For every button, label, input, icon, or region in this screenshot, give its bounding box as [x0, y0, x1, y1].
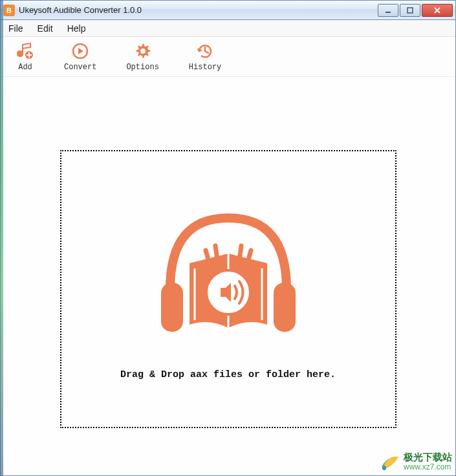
svg-rect-1: [407, 8, 413, 13]
add-label: Add: [18, 63, 32, 72]
watermark-url: www.xz7.com: [404, 463, 452, 471]
add-button[interactable]: Add: [16, 42, 34, 72]
menu-file[interactable]: File: [6, 22, 26, 35]
app-window: B Ukeysoft Audible Converter 1.0.0 File …: [0, 0, 456, 476]
svg-rect-6: [161, 283, 183, 332]
audiobook-headphones-icon: [144, 199, 312, 350]
options-label: Options: [126, 63, 158, 72]
add-music-icon: [16, 42, 34, 60]
maximize-button[interactable]: [400, 4, 420, 17]
window-title: Ukeysoft Audible Converter 1.0.0: [19, 5, 376, 15]
titlebar[interactable]: B Ukeysoft Audible Converter 1.0.0: [1, 1, 455, 20]
convert-icon: [71, 42, 89, 60]
svg-rect-7: [274, 283, 296, 332]
watermark: 极光下载站 www.xz7.com: [378, 450, 452, 473]
menu-help[interactable]: Help: [65, 22, 89, 35]
history-icon: [196, 42, 214, 60]
watermark-text: 极光下载站 www.xz7.com: [404, 452, 452, 471]
watermark-logo-icon: [378, 450, 401, 473]
menubar: File Edit Help: [1, 20, 455, 37]
svg-point-2: [17, 51, 23, 56]
window-controls: [376, 4, 453, 17]
convert-label: Convert: [64, 63, 96, 72]
menu-edit[interactable]: Edit: [35, 22, 56, 35]
close-button[interactable]: [422, 4, 453, 17]
svg-point-5: [140, 49, 146, 54]
gear-icon: [134, 42, 152, 60]
history-button[interactable]: History: [189, 42, 221, 72]
svg-point-10: [382, 466, 386, 470]
content-area: Drag & Drop aax files or folder here.: [1, 77, 455, 475]
minimize-button[interactable]: [378, 4, 398, 17]
app-icon: B: [3, 5, 15, 16]
history-label: History: [189, 63, 221, 72]
watermark-cn: 极光下载站: [404, 452, 452, 463]
drop-zone[interactable]: Drag & Drop aax files or folder here.: [60, 150, 396, 428]
drop-instruction: Drag & Drop aax files or folder here.: [120, 369, 336, 380]
convert-button[interactable]: Convert: [64, 42, 96, 72]
options-button[interactable]: Options: [126, 42, 158, 72]
left-desktop-edge: [0, 0, 3, 476]
svg-rect-0: [385, 12, 391, 13]
toolbar: Add Convert Options: [1, 37, 455, 77]
